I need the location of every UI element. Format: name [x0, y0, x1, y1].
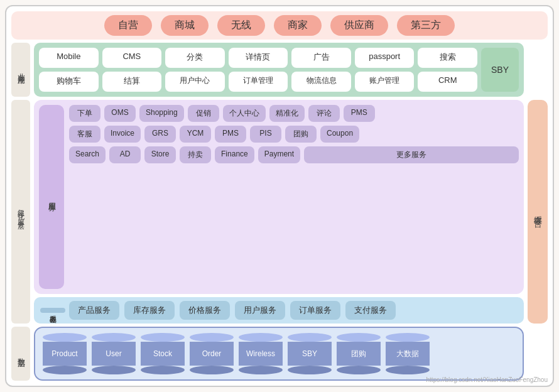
- svc-chicai: 持卖: [180, 146, 211, 163]
- channel-sanfang[interactable]: 第三方: [397, 15, 455, 36]
- base-kucun: 库存服务: [124, 301, 175, 320]
- biz-jiesuan: 结算: [102, 72, 162, 92]
- base-jiage: 价格服务: [180, 301, 230, 320]
- db-product-body: Product: [43, 342, 87, 366]
- db-user-top: [92, 333, 136, 342]
- svc-search: Search: [69, 146, 106, 163]
- right-spacer-biz: [528, 43, 548, 97]
- db-product-top: [43, 333, 87, 342]
- biz-gouwuche: 购物车: [39, 72, 99, 92]
- db-bigdata-top: [386, 333, 430, 342]
- base-services-row: 基础服务 产品服务 库存服务 价格服务 用户服务 订单服务 支付服务: [34, 297, 524, 324]
- channel-wuxianbtn[interactable]: 无线: [217, 15, 265, 36]
- db-user-body: User: [92, 342, 136, 366]
- biz-apps-content: Mobile CMS 分类 详情页 广告 passport 搜索 购物车 结算 …: [34, 43, 524, 97]
- data-layer-content: Product User Stock O: [34, 327, 524, 381]
- biz-xiangqingye: 详情页: [229, 48, 288, 68]
- svc-geren: 个人中心: [223, 105, 266, 122]
- biz-zhanghu: 账户管理: [355, 72, 415, 92]
- data-layer-row: 数据层 Product User Stock: [11, 327, 548, 381]
- base-chanpin: 产品服务: [69, 301, 119, 320]
- data-layer-label: 数据层: [11, 327, 30, 381]
- right-spacer-data: [528, 327, 548, 381]
- db-product: Product: [43, 333, 87, 374]
- component-label-text: 组件化/服务层: [16, 204, 26, 219]
- biz-apps-label: 业务应用: [11, 43, 30, 97]
- biz-sousuo: 搜索: [418, 48, 477, 68]
- db-bigdata-body: 大数据: [386, 342, 430, 366]
- db-sby-bottom: [288, 366, 332, 374]
- base-service-label: 基础服务: [40, 308, 65, 313]
- full-layout: 自营 商城 无线 商家 供应商 第三方 业务应用 Mobile CMS 分类: [11, 11, 548, 381]
- svc-grs: GRS: [144, 126, 176, 143]
- channel-ziyingbtn[interactable]: 自营: [104, 15, 152, 36]
- db-stock: Stock: [141, 333, 185, 374]
- biz-passport: passport: [355, 48, 415, 68]
- biz-apps-row: 业务应用 Mobile CMS 分类 详情页 广告 passport 搜索: [11, 43, 548, 97]
- db-wireless-top: [239, 333, 283, 342]
- comp-inner: 应用服务 下单 OMS Shopping 促销 个人中心 精准化 评论 PMS: [34, 100, 524, 324]
- db-order-top: [190, 333, 234, 342]
- db-stock-top: [141, 333, 185, 342]
- db-bigdata-bottom: [386, 366, 430, 374]
- svc-kefu: 客服: [69, 126, 100, 143]
- base-zhifu: 支付服务: [345, 301, 396, 320]
- db-stock-body: Stock: [141, 342, 185, 366]
- db-order-bottom: [190, 366, 234, 374]
- base-services-items: 产品服务 库存服务 价格服务 用户服务 订单服务 支付服务: [69, 301, 518, 320]
- biz-fenlei: 分类: [165, 48, 225, 68]
- channel-shangchengbtn[interactable]: 商城: [161, 15, 209, 36]
- db-order: Order: [190, 333, 234, 374]
- db-stock-bottom: [141, 366, 185, 374]
- biz-cms: CMS: [102, 48, 162, 68]
- service-row1: 下单 OMS Shopping 促销 个人中心 精准化 评论 PMS: [69, 105, 519, 122]
- app-service-label: 应用服务: [39, 105, 64, 289]
- db-bigdata: 大数据: [386, 333, 430, 374]
- biz-guanggao: 广告: [291, 48, 351, 68]
- service-row3: Search AD Store 持卖 Finance Payment 更多服务: [69, 146, 519, 163]
- svc-jingzhun: 精准化: [269, 105, 305, 122]
- svc-ycm: YCM: [180, 126, 211, 143]
- db-sby-body: SBY: [288, 342, 332, 366]
- svc-store: Store: [144, 146, 176, 163]
- svc-payment: Payment: [258, 146, 300, 163]
- db-sby-top: [288, 333, 332, 342]
- svc-shopping: Shopping: [139, 105, 184, 122]
- component-label: 组件化/服务层: [11, 100, 30, 324]
- db-product-bottom: [43, 366, 87, 374]
- svc-pis: PIS: [250, 126, 281, 143]
- biz-sby: SBY: [481, 48, 519, 92]
- db-wireless-bottom: [239, 366, 283, 374]
- svc-pinglun: 评论: [308, 105, 340, 122]
- biz-wuliu: 物流信息: [291, 72, 351, 92]
- cache-platform: 缓存平台: [528, 100, 548, 324]
- svc-tuangou: 团购: [285, 126, 317, 143]
- db-user: User: [92, 333, 136, 374]
- svc-xiadan: 下单: [69, 105, 100, 122]
- svc-finance: Finance: [215, 146, 254, 163]
- svc-coupon: Coupon: [320, 126, 359, 143]
- main-container: 自营 商城 无线 商家 供应商 第三方 业务应用 Mobile CMS 分类: [0, 0, 559, 392]
- db-tuangou-top: [337, 333, 381, 342]
- svc-cuxiao: 促销: [188, 105, 219, 122]
- base-yonghu: 用户服务: [235, 301, 285, 320]
- db-tuangou-body: 团购: [337, 342, 381, 366]
- biz-grid: Mobile CMS 分类 详情页 广告 passport 搜索 购物车 结算 …: [39, 48, 477, 92]
- channel-shangjia[interactable]: 商家: [274, 15, 322, 36]
- db-tuangou: 团购: [337, 333, 381, 374]
- channel-gongyingshang[interactable]: 供应商: [330, 15, 388, 36]
- db-user-bottom: [92, 366, 136, 374]
- watermark: https://blog.csdn.net/XiaoHanZuoFengZhou: [426, 376, 548, 383]
- biz-apps-inner: Mobile CMS 分类 详情页 广告 passport 搜索 购物车 结算 …: [39, 48, 519, 92]
- channel-row: 自营 商城 无线 商家 供应商 第三方: [11, 11, 548, 40]
- app-services-area: 应用服务 下单 OMS Shopping 促销 个人中心 精准化 评论 PMS: [34, 100, 524, 294]
- service-row2: 客服 Invoice GRS YCM PMS PIS 团购 Coupon: [69, 126, 519, 143]
- db-order-body: Order: [190, 342, 234, 366]
- biz-crm: CRM: [418, 72, 477, 92]
- svc-pms1: PMS: [344, 105, 375, 122]
- svc-pms2: PMS: [215, 126, 246, 143]
- svc-invoice: Invoice: [104, 126, 141, 143]
- db-sby: SBY: [288, 333, 332, 374]
- biz-yonghu: 用户中心: [165, 72, 225, 92]
- svc-ad: AD: [109, 146, 141, 163]
